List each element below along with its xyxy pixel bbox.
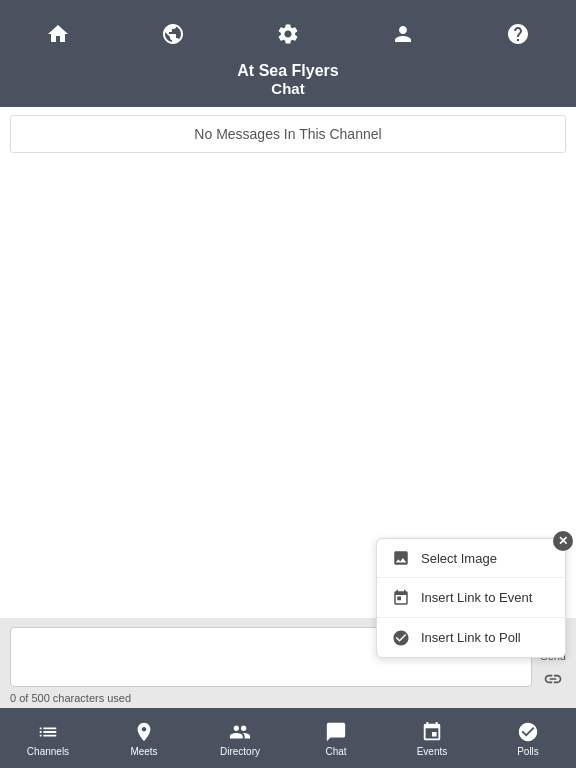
insert-link-event-label: Insert Link to Event <box>421 590 532 605</box>
directory-icon <box>229 721 251 743</box>
nav-polls[interactable]: Polls <box>480 721 576 757</box>
bottom-nav: Channels Meets Directory Chat Events Pol… <box>0 708 576 768</box>
nav-directory[interactable]: Directory <box>192 721 288 757</box>
meets-icon <box>133 721 155 743</box>
nav-meets-label: Meets <box>130 746 157 757</box>
char-count: 0 of 500 characters used <box>10 692 566 704</box>
home-icon[interactable] <box>38 14 78 54</box>
globe-icon[interactable] <box>153 14 193 54</box>
nav-channels-label: Channels <box>27 746 69 757</box>
settings-icon[interactable] <box>268 14 308 54</box>
polls-icon <box>517 721 539 743</box>
nav-events-label: Events <box>417 746 448 757</box>
nav-chat[interactable]: Chat <box>288 721 384 757</box>
help-icon[interactable] <box>498 14 538 54</box>
insert-link-poll-label: Insert Link to Poll <box>421 630 521 645</box>
nav-directory-label: Directory <box>220 746 260 757</box>
page-title: At Sea Flyers <box>237 62 338 80</box>
user-icon[interactable] <box>383 14 423 54</box>
chat-icon <box>325 721 347 743</box>
select-image-button[interactable]: Select Image <box>377 539 565 579</box>
channels-icon <box>37 721 59 743</box>
insert-link-poll-button[interactable]: Insert Link to Poll <box>377 618 565 657</box>
header: At Sea Flyers Chat <box>0 0 576 107</box>
link-icon[interactable] <box>543 668 563 689</box>
no-messages-banner: No Messages In This Channel <box>10 115 566 153</box>
image-icon <box>391 549 411 568</box>
nav-polls-label: Polls <box>517 746 539 757</box>
calendar-icon <box>391 588 411 607</box>
page-subtitle: Chat <box>271 80 304 97</box>
nav-events[interactable]: Events <box>384 721 480 757</box>
popup-menu: ✕ Select Image Insert Link to Event Inse… <box>376 538 566 658</box>
insert-link-event-button[interactable]: Insert Link to Event <box>377 578 565 618</box>
nav-channels[interactable]: Channels <box>0 721 96 757</box>
header-nav <box>0 0 576 62</box>
select-image-label: Select Image <box>421 551 497 566</box>
nav-chat-label: Chat <box>325 746 346 757</box>
popup-close-button[interactable]: ✕ <box>553 531 573 551</box>
nav-meets[interactable]: Meets <box>96 721 192 757</box>
poll-icon <box>391 628 411 647</box>
events-icon <box>421 721 443 743</box>
